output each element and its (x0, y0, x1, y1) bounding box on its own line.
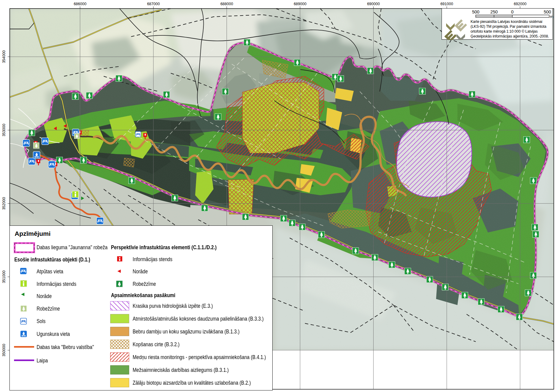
svg-text:686000: 686000 (74, 2, 87, 6)
svg-text:690000: 690000 (367, 2, 380, 6)
svg-text:250: 250 (490, 9, 498, 14)
svg-text:692000: 692000 (514, 2, 527, 6)
svg-text:500: 500 (544, 9, 551, 14)
svg-text:500: 500 (472, 9, 479, 14)
svg-text:350000: 350000 (2, 344, 6, 357)
svg-text:352000: 352000 (2, 197, 6, 210)
svg-text:687000: 687000 (147, 2, 160, 6)
svg-text:351000: 351000 (2, 271, 6, 283)
svg-text:354000: 354000 (2, 50, 6, 63)
svg-text:0: 0 (511, 9, 514, 14)
svg-text:689000: 689000 (294, 2, 306, 6)
svg-text:691000: 691000 (440, 2, 453, 6)
svg-text:m: m (550, 14, 553, 19)
svg-text:353000: 353000 (2, 124, 6, 137)
svg-text:688000: 688000 (220, 2, 233, 6)
